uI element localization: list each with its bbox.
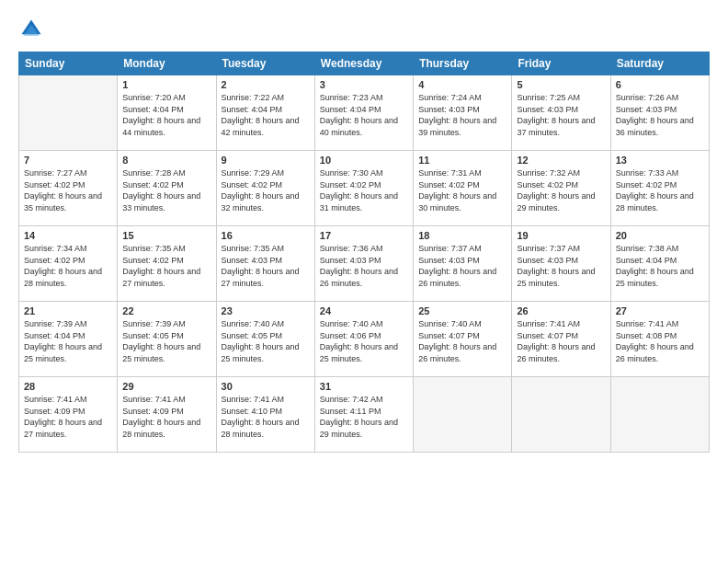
calendar-cell: 5Sunrise: 7:25 AMSunset: 4:03 PMDaylight… [512, 75, 610, 151]
cell-info: Sunrise: 7:40 AMSunset: 4:05 PMDaylight:… [222, 318, 310, 364]
calendar-table: SundayMondayTuesdayWednesdayThursdayFrid… [18, 52, 710, 453]
calendar-cell: 23Sunrise: 7:40 AMSunset: 4:05 PMDayligh… [216, 302, 314, 377]
day-number: 30 [222, 381, 310, 392]
calendar-page: SundayMondayTuesdayWednesdayThursdayFrid… [0, 0, 728, 563]
cell-info: Sunrise: 7:26 AMSunset: 4:03 PMDaylight:… [616, 92, 704, 138]
day-number: 29 [122, 381, 210, 392]
calendar-cell: 11Sunrise: 7:31 AMSunset: 4:02 PMDayligh… [414, 151, 512, 226]
cell-info: Sunrise: 7:34 AMSunset: 4:02 PMDaylight:… [24, 243, 112, 289]
calendar-cell [610, 377, 709, 453]
day-header-thursday: Thursday [414, 52, 512, 75]
day-number: 13 [616, 155, 704, 166]
calendar-cell: 31Sunrise: 7:42 AMSunset: 4:11 PMDayligh… [314, 377, 413, 453]
day-number: 12 [517, 155, 605, 166]
day-number: 10 [320, 155, 408, 166]
calendar-cell: 9Sunrise: 7:29 AMSunset: 4:02 PMDaylight… [216, 151, 314, 226]
week-row-0: 1Sunrise: 7:20 AMSunset: 4:04 PMDaylight… [19, 75, 710, 151]
day-number: 18 [418, 230, 506, 241]
day-number: 1 [122, 79, 210, 90]
day-header-tuesday: Tuesday [216, 52, 314, 75]
day-number: 23 [222, 305, 310, 316]
calendar-cell: 15Sunrise: 7:35 AMSunset: 4:02 PMDayligh… [118, 226, 216, 302]
day-number: 2 [222, 79, 310, 90]
day-number: 24 [320, 305, 408, 316]
cell-info: Sunrise: 7:33 AMSunset: 4:02 PMDaylight:… [616, 167, 704, 213]
calendar-cell [512, 377, 610, 453]
week-row-2: 14Sunrise: 7:34 AMSunset: 4:02 PMDayligh… [19, 226, 710, 302]
day-number: 21 [24, 305, 112, 316]
day-number: 6 [616, 79, 704, 90]
day-header-wednesday: Wednesday [314, 52, 413, 75]
day-number: 11 [418, 155, 506, 166]
cell-info: Sunrise: 7:22 AMSunset: 4:04 PMDaylight:… [222, 92, 310, 138]
calendar-cell: 25Sunrise: 7:40 AMSunset: 4:07 PMDayligh… [414, 302, 512, 377]
cell-info: Sunrise: 7:38 AMSunset: 4:04 PMDaylight:… [616, 243, 704, 289]
calendar-cell: 8Sunrise: 7:28 AMSunset: 4:02 PMDaylight… [118, 151, 216, 226]
day-number: 5 [517, 79, 605, 90]
calendar-cell: 6Sunrise: 7:26 AMSunset: 4:03 PMDaylight… [610, 75, 709, 151]
day-number: 26 [517, 305, 605, 316]
calendar-cell: 14Sunrise: 7:34 AMSunset: 4:02 PMDayligh… [19, 226, 118, 302]
day-number: 15 [122, 230, 210, 241]
day-number: 16 [222, 230, 310, 241]
cell-info: Sunrise: 7:37 AMSunset: 4:03 PMDaylight:… [517, 243, 605, 289]
day-number: 3 [320, 79, 408, 90]
day-number: 20 [616, 230, 704, 241]
calendar-cell: 1Sunrise: 7:20 AMSunset: 4:04 PMDaylight… [118, 75, 216, 151]
cell-info: Sunrise: 7:23 AMSunset: 4:04 PMDaylight:… [320, 92, 408, 138]
day-header-monday: Monday [118, 52, 216, 75]
calendar-cell: 10Sunrise: 7:30 AMSunset: 4:02 PMDayligh… [314, 151, 413, 226]
calendar-cell: 28Sunrise: 7:41 AMSunset: 4:09 PMDayligh… [19, 377, 118, 453]
cell-info: Sunrise: 7:30 AMSunset: 4:02 PMDaylight:… [320, 167, 408, 213]
week-row-1: 7Sunrise: 7:27 AMSunset: 4:02 PMDaylight… [19, 151, 710, 226]
day-number: 22 [122, 305, 210, 316]
calendar-cell: 29Sunrise: 7:41 AMSunset: 4:09 PMDayligh… [118, 377, 216, 453]
calendar-cell: 19Sunrise: 7:37 AMSunset: 4:03 PMDayligh… [512, 226, 610, 302]
day-number: 28 [24, 381, 112, 392]
cell-info: Sunrise: 7:40 AMSunset: 4:06 PMDaylight:… [320, 318, 408, 364]
calendar-cell [414, 377, 512, 453]
day-header-saturday: Saturday [610, 52, 709, 75]
cell-info: Sunrise: 7:39 AMSunset: 4:05 PMDaylight:… [122, 318, 210, 364]
day-number: 25 [418, 305, 506, 316]
calendar-cell: 4Sunrise: 7:24 AMSunset: 4:03 PMDaylight… [414, 75, 512, 151]
cell-info: Sunrise: 7:39 AMSunset: 4:04 PMDaylight:… [24, 318, 112, 364]
calendar-cell: 26Sunrise: 7:41 AMSunset: 4:07 PMDayligh… [512, 302, 610, 377]
cell-info: Sunrise: 7:35 AMSunset: 4:03 PMDaylight:… [222, 243, 310, 289]
day-number: 4 [418, 79, 506, 90]
logo-icon [18, 17, 44, 42]
cell-info: Sunrise: 7:36 AMSunset: 4:03 PMDaylight:… [320, 243, 408, 289]
cell-info: Sunrise: 7:41 AMSunset: 4:09 PMDaylight:… [24, 394, 112, 440]
cell-info: Sunrise: 7:41 AMSunset: 4:09 PMDaylight:… [122, 394, 210, 440]
cell-info: Sunrise: 7:29 AMSunset: 4:02 PMDaylight:… [222, 167, 310, 213]
cell-info: Sunrise: 7:31 AMSunset: 4:02 PMDaylight:… [418, 167, 506, 213]
day-number: 8 [122, 155, 210, 166]
cell-info: Sunrise: 7:41 AMSunset: 4:10 PMDaylight:… [222, 394, 310, 440]
calendar-cell: 13Sunrise: 7:33 AMSunset: 4:02 PMDayligh… [610, 151, 709, 226]
cell-info: Sunrise: 7:27 AMSunset: 4:02 PMDaylight:… [24, 167, 112, 213]
calendar-cell: 2Sunrise: 7:22 AMSunset: 4:04 PMDaylight… [216, 75, 314, 151]
calendar-cell: 12Sunrise: 7:32 AMSunset: 4:02 PMDayligh… [512, 151, 610, 226]
logo [18, 17, 50, 42]
day-number: 31 [320, 381, 408, 392]
calendar-cell: 24Sunrise: 7:40 AMSunset: 4:06 PMDayligh… [314, 302, 413, 377]
cell-info: Sunrise: 7:28 AMSunset: 4:02 PMDaylight:… [122, 167, 210, 213]
day-number: 7 [24, 155, 112, 166]
calendar-cell: 30Sunrise: 7:41 AMSunset: 4:10 PMDayligh… [216, 377, 314, 453]
day-number: 27 [616, 305, 704, 316]
day-number: 14 [24, 230, 112, 241]
cell-info: Sunrise: 7:41 AMSunset: 4:07 PMDaylight:… [517, 318, 605, 364]
calendar-cell: 20Sunrise: 7:38 AMSunset: 4:04 PMDayligh… [610, 226, 709, 302]
calendar-cell: 17Sunrise: 7:36 AMSunset: 4:03 PMDayligh… [314, 226, 413, 302]
calendar-cell: 7Sunrise: 7:27 AMSunset: 4:02 PMDaylight… [19, 151, 118, 226]
week-row-3: 21Sunrise: 7:39 AMSunset: 4:04 PMDayligh… [19, 302, 710, 377]
cell-info: Sunrise: 7:24 AMSunset: 4:03 PMDaylight:… [418, 92, 506, 138]
cell-info: Sunrise: 7:40 AMSunset: 4:07 PMDaylight:… [418, 318, 506, 364]
calendar-cell: 27Sunrise: 7:41 AMSunset: 4:08 PMDayligh… [610, 302, 709, 377]
cell-info: Sunrise: 7:25 AMSunset: 4:03 PMDaylight:… [517, 92, 605, 138]
day-number: 19 [517, 230, 605, 241]
cell-info: Sunrise: 7:20 AMSunset: 4:04 PMDaylight:… [122, 92, 210, 138]
days-header-row: SundayMondayTuesdayWednesdayThursdayFrid… [19, 52, 710, 75]
day-header-sunday: Sunday [19, 52, 118, 75]
calendar-cell: 16Sunrise: 7:35 AMSunset: 4:03 PMDayligh… [216, 226, 314, 302]
